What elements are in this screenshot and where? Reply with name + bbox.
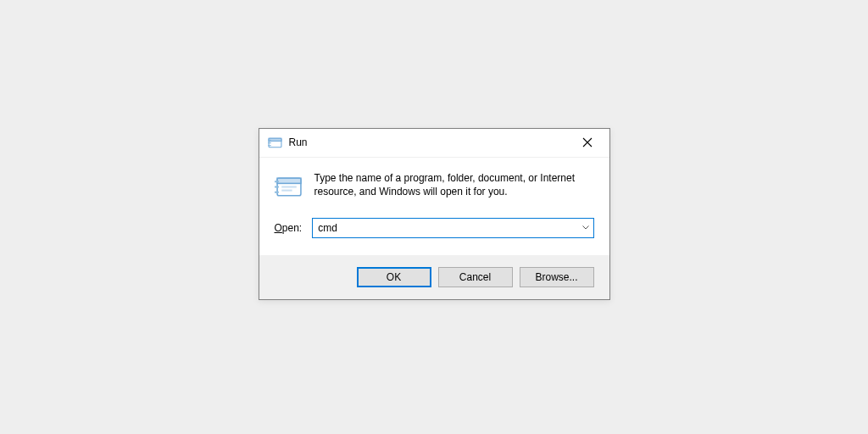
chevron-down-icon	[582, 225, 589, 230]
open-label: Open:	[275, 222, 303, 234]
combobox-dropdown-button[interactable]	[578, 219, 593, 237]
run-icon-large	[275, 173, 303, 201]
description-text: Type the name of a program, folder, docu…	[314, 171, 594, 200]
description-row: Type the name of a program, folder, docu…	[275, 171, 594, 201]
close-icon	[582, 137, 593, 147]
browse-button[interactable]: Browse...	[520, 267, 594, 287]
open-input-row: Open:	[275, 218, 594, 238]
button-row: OK Cancel Browse...	[259, 255, 609, 299]
ok-button[interactable]: OK	[357, 267, 431, 287]
open-combobox[interactable]	[312, 218, 593, 238]
dialog-title: Run	[289, 136, 570, 148]
close-button[interactable]	[570, 131, 604, 154]
svg-rect-5	[281, 189, 292, 191]
run-icon	[268, 136, 282, 150]
titlebar[interactable]: Run	[259, 129, 609, 158]
open-input[interactable]	[313, 219, 577, 237]
run-dialog: Run Type the name of a program, folder, …	[259, 128, 610, 300]
dialog-body: Type the name of a program, folder, docu…	[259, 158, 609, 255]
svg-rect-4	[281, 186, 297, 187]
cancel-button[interactable]: Cancel	[438, 267, 513, 287]
svg-rect-3	[277, 178, 301, 183]
